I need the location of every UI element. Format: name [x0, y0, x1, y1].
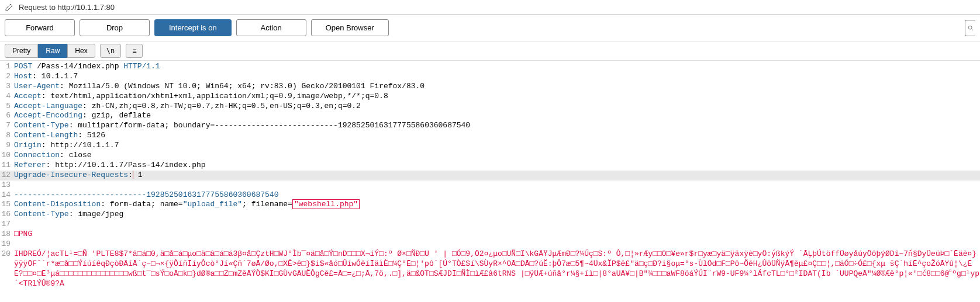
editor-line[interactable]: 14-----------------------------192852501… [0, 190, 980, 200]
tab-raw[interactable]: Raw [38, 44, 67, 58]
drop-button[interactable]: Drop [80, 19, 150, 36]
editor-line[interactable]: 17 [0, 220, 980, 230]
line-content[interactable]: Accept-Language: zh-CN,zh;q=0.8,zh-TW;q=… [14, 102, 980, 112]
editor-line[interactable]: 13 [0, 180, 980, 190]
line-content[interactable]: Upgrade-Insecure-Requests: 1 [14, 171, 980, 180]
line-number: 20 [0, 249, 14, 289]
line-content[interactable]: Accept: text/html,application/xhtml+xml,… [14, 92, 980, 102]
editor-line[interactable]: 16Content-Type: image/jpeg [0, 210, 980, 220]
line-content[interactable]: Content-Length: 5126 [14, 131, 980, 141]
editor-line[interactable]: 12Upgrade-Insecure-Requests: 1 [0, 171, 980, 180]
editor-line[interactable]: 11Referer: http://10.1.1.7/Pass-14/index… [0, 161, 980, 171]
line-number: 1 [0, 62, 14, 72]
line-number: 13 [0, 180, 14, 190]
view-tabs: Pretty Raw Hex \n ≡ [0, 41, 980, 61]
line-number: 9 [0, 141, 14, 151]
line-number: 16 [0, 210, 14, 220]
title-bar: Request to http://10.1.1.7:80 [0, 0, 980, 15]
editor-line[interactable]: 5Accept-Language: zh-CN,zh;q=0.8,zh-TW;q… [0, 102, 980, 112]
line-content[interactable]: □PNG [14, 230, 980, 239]
page-title: Request to http://10.1.1.7:80 [19, 3, 115, 12]
line-number: 12 [0, 171, 14, 180]
svg-point-0 [968, 26, 972, 29]
line-content[interactable]: IHDREÓ/¦acTL¹=□Ñ 'PLTE8$7*â□á□0,ä□å□á□μο… [14, 249, 980, 289]
editor-line[interactable]: 18□PNG [0, 230, 980, 239]
line-number: 5 [0, 102, 14, 112]
editor-line[interactable]: 2Host: 10.1.1.7 [0, 72, 980, 82]
line-number: 19 [0, 239, 14, 249]
newline-toggle[interactable]: \n [100, 44, 121, 58]
line-number: 3 [0, 82, 14, 92]
pencil-icon [5, 2, 14, 12]
editor-line[interactable]: 6Accept-Encoding: gzip, deflate [0, 111, 980, 121]
line-content[interactable]: Referer: http://10.1.1.7/Pass-14/index.p… [14, 161, 980, 171]
request-editor[interactable]: 1POST /Pass-14/index.php HTTP/1.12Host: … [0, 61, 980, 290]
line-number: 8 [0, 131, 14, 141]
search-icon[interactable] [965, 20, 975, 36]
line-content[interactable]: POST /Pass-14/index.php HTTP/1.1 [14, 62, 980, 72]
tab-hex[interactable]: Hex [67, 44, 95, 58]
line-number: 15 [0, 200, 14, 210]
line-content[interactable] [14, 220, 980, 230]
line-content[interactable]: Accept-Encoding: gzip, deflate [14, 111, 980, 121]
line-content[interactable]: Host: 10.1.1.7 [14, 72, 980, 82]
editor-line[interactable]: 19 [0, 239, 980, 249]
editor-line[interactable]: 20IHDREÓ/¦acTL¹=□Ñ 'PLTE8$7*â□á□0,ä□å□á□… [0, 249, 980, 289]
line-content[interactable]: Content-Type: image/jpeg [14, 210, 980, 220]
line-number: 4 [0, 92, 14, 102]
line-number: 11 [0, 161, 14, 171]
filename-highlight: "webshell.php" [292, 199, 360, 209]
tab-pretty[interactable]: Pretty [5, 44, 38, 58]
editor-line[interactable]: 15Content-Disposition: form-data; name="… [0, 200, 980, 210]
line-content[interactable]: Content-Type: multipart/form-data; bound… [14, 121, 980, 131]
line-content[interactable] [14, 180, 980, 190]
line-number: 7 [0, 121, 14, 131]
open-browser-button[interactable]: Open Browser [311, 19, 389, 36]
line-content[interactable]: User-Agent: Mozilla/5.0 (Windows NT 10.0… [14, 82, 980, 92]
line-content[interactable]: Connection: close [14, 151, 980, 161]
hamburger-icon[interactable]: ≡ [126, 44, 143, 58]
line-number: 10 [0, 151, 14, 161]
line-number: 14 [0, 190, 14, 200]
editor-line[interactable]: 4Accept: text/html,application/xhtml+xml… [0, 92, 980, 102]
editor-line[interactable]: 10Connection: close [0, 151, 980, 161]
editor-line[interactable]: 1POST /Pass-14/index.php HTTP/1.1 [0, 62, 980, 72]
line-number: 6 [0, 111, 14, 121]
line-content[interactable]: -----------------------------19285250163… [14, 190, 980, 200]
line-content[interactable]: Content-Disposition: form-data; name="up… [14, 200, 980, 210]
line-number: 17 [0, 220, 14, 230]
editor-line[interactable]: 3User-Agent: Mozilla/5.0 (Windows NT 10.… [0, 82, 980, 92]
line-number: 18 [0, 230, 14, 239]
editor-line[interactable]: 8Content-Length: 5126 [0, 131, 980, 141]
line-number: 2 [0, 72, 14, 82]
line-content[interactable]: Origin: http://10.1.1.7 [14, 141, 980, 151]
forward-button[interactable]: Forward [5, 19, 75, 36]
intercept-toggle[interactable]: Intercept is on [154, 19, 232, 36]
editor-line[interactable]: 9Origin: http://10.1.1.7 [0, 141, 980, 151]
action-button[interactable]: Action [236, 19, 306, 36]
svg-line-1 [971, 29, 973, 30]
editor-line[interactable]: 7Content-Type: multipart/form-data; boun… [0, 121, 980, 131]
toolbar: Forward Drop Intercept is on Action Open… [0, 15, 980, 41]
line-content[interactable] [14, 239, 980, 249]
